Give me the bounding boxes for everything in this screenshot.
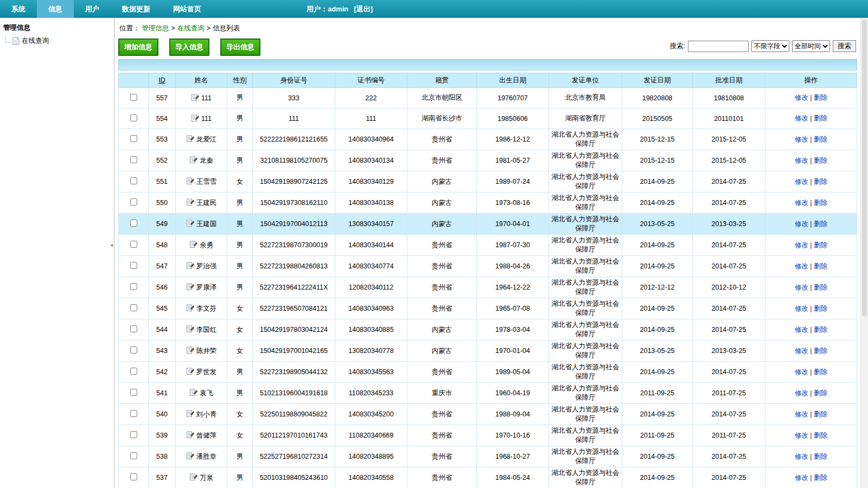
add-info-button[interactable]: 增加信息 xyxy=(118,38,158,56)
edit-link[interactable]: 修改 xyxy=(795,241,808,249)
edit-link[interactable]: 修改 xyxy=(795,432,808,439)
row-issuer: 湖北省人力资源与社会保障厅 xyxy=(549,256,622,277)
delete-link[interactable]: 删除 xyxy=(814,474,827,481)
row-select-checkbox[interactable] xyxy=(130,283,137,290)
row-actions: 修改 | 删除 xyxy=(765,256,857,277)
row-select-checkbox[interactable] xyxy=(130,135,137,142)
nav-tab[interactable]: 用户 xyxy=(74,0,111,18)
sidebar-item[interactable]: 在线查询 xyxy=(4,35,114,47)
row-select-checkbox[interactable] xyxy=(130,156,137,163)
id-sort-link[interactable]: ID xyxy=(158,76,165,84)
edit-link[interactable]: 修改 xyxy=(795,220,808,228)
import-info-button[interactable]: 导入信息 xyxy=(169,38,209,56)
collapse-sidebar-icon[interactable]: ◂ xyxy=(110,242,113,248)
delete-link[interactable]: 删除 xyxy=(814,94,827,101)
edit-link[interactable]: 修改 xyxy=(795,199,808,207)
delete-link[interactable]: 删除 xyxy=(814,432,827,439)
delete-link[interactable]: 删除 xyxy=(814,389,827,397)
edit-link[interactable]: 修改 xyxy=(795,347,808,355)
delete-link[interactable]: 删除 xyxy=(814,241,827,249)
edit-link[interactable]: 修改 xyxy=(795,368,808,376)
delete-link[interactable]: 删除 xyxy=(814,114,827,122)
row-issuer: 湖北省人力资源与社会保障厅 xyxy=(549,446,622,467)
nav-tab[interactable]: 系统 xyxy=(0,0,37,18)
vertical-scrollbar[interactable] xyxy=(860,18,868,488)
row-name: 王建国 xyxy=(196,220,217,229)
nav-tab[interactable]: 信息 xyxy=(37,0,74,18)
row-select-checkbox[interactable] xyxy=(130,114,137,121)
logout-link[interactable]: [退出] xyxy=(354,5,373,13)
row-id: 544 xyxy=(149,319,176,341)
scrollbar-thumb[interactable] xyxy=(862,20,867,317)
row-approve-date: 2014-07-25 xyxy=(693,362,765,383)
row-origin: 内蒙古 xyxy=(407,319,477,341)
row-select-checkbox[interactable] xyxy=(130,177,137,184)
delete-link[interactable]: 删除 xyxy=(814,284,827,291)
edit-link[interactable]: 修改 xyxy=(795,305,808,312)
row-select-checkbox[interactable] xyxy=(130,473,137,480)
table-row: 557111男333222北京市朝阳区19760707北京市教育局1982080… xyxy=(119,88,857,108)
edit-link[interactable]: 修改 xyxy=(795,453,808,460)
table-row: 548余勇男522723198707300019140830340144贵州省1… xyxy=(119,235,857,256)
row-name-cell: 罗治强 xyxy=(176,256,227,277)
edit-link[interactable]: 修改 xyxy=(795,157,808,164)
row-select-checkbox[interactable] xyxy=(130,304,137,311)
edit-link[interactable]: 修改 xyxy=(795,136,808,143)
nav-tab[interactable]: 数据更新 xyxy=(111,0,162,18)
edit-link[interactable]: 修改 xyxy=(795,410,808,418)
row-name-cell: 万泉 xyxy=(176,467,227,488)
row-select-checkbox[interactable] xyxy=(130,452,137,459)
delete-link[interactable]: 删除 xyxy=(814,326,827,333)
row-origin: 贵州省 xyxy=(407,404,477,425)
delete-link[interactable]: 删除 xyxy=(814,199,827,207)
row-select-checkbox[interactable] xyxy=(130,325,137,332)
breadcrumb-link[interactable]: 在线查询 xyxy=(177,24,205,32)
delete-link[interactable]: 删除 xyxy=(814,136,827,143)
delete-link[interactable]: 删除 xyxy=(814,220,827,228)
row-select-checkbox[interactable] xyxy=(130,389,137,396)
delete-link[interactable]: 删除 xyxy=(814,410,827,418)
edit-link[interactable]: 修改 xyxy=(795,326,808,333)
edit-link[interactable]: 修改 xyxy=(795,284,808,291)
row-select-checkbox[interactable] xyxy=(130,241,137,248)
row-issuer: 湖北省人力资源与社会保障厅 xyxy=(549,362,622,383)
delete-link[interactable]: 删除 xyxy=(814,157,827,164)
row-select-checkbox[interactable] xyxy=(130,346,137,354)
row-gender: 女 xyxy=(227,404,253,425)
nav-tab[interactable]: 网站首页 xyxy=(162,0,213,18)
export-info-button[interactable]: 导出信息 xyxy=(220,38,260,56)
edit-link[interactable]: 修改 xyxy=(795,389,808,397)
row-select-checkbox[interactable] xyxy=(130,262,137,269)
edit-link[interactable]: 修改 xyxy=(795,262,808,270)
search-button[interactable]: 搜索 xyxy=(833,40,856,52)
edit-link[interactable]: 修改 xyxy=(795,178,808,185)
row-select-checkbox[interactable] xyxy=(130,94,137,101)
row-approve-date: 2013-03-25 xyxy=(693,214,765,235)
edit-link[interactable]: 修改 xyxy=(795,474,808,481)
delete-link[interactable]: 删除 xyxy=(814,368,827,376)
row-cert-no: 110820345233 xyxy=(335,383,407,404)
edit-link[interactable]: 修改 xyxy=(795,94,808,101)
row-birth-date: 1988-09-04 xyxy=(477,404,549,425)
row-select-cell xyxy=(119,192,149,214)
delete-link[interactable]: 删除 xyxy=(814,262,827,270)
action-separator: | xyxy=(808,220,814,228)
delete-link[interactable]: 删除 xyxy=(814,305,827,312)
delete-link[interactable]: 删除 xyxy=(814,453,827,460)
breadcrumb-link[interactable]: 管理信息 xyxy=(142,24,169,32)
field-filter-select[interactable]: 不限字段 xyxy=(751,40,789,52)
row-select-checkbox[interactable] xyxy=(130,220,137,227)
column-header: 姓名 xyxy=(176,73,227,88)
row-select-checkbox[interactable] xyxy=(130,410,137,417)
delete-link[interactable]: 删除 xyxy=(814,347,827,355)
time-filter-select[interactable]: 全部时间 xyxy=(792,40,830,52)
row-select-checkbox[interactable] xyxy=(130,198,137,206)
row-id: 552 xyxy=(149,150,176,171)
row-select-checkbox[interactable] xyxy=(130,368,137,375)
delete-link[interactable]: 删除 xyxy=(814,178,827,185)
edit-link[interactable]: 修改 xyxy=(795,114,808,122)
search-input[interactable] xyxy=(688,41,749,52)
row-gender: 男 xyxy=(227,214,253,235)
row-select-checkbox[interactable] xyxy=(130,431,137,438)
row-cert-no: 140820340558 xyxy=(335,467,407,488)
